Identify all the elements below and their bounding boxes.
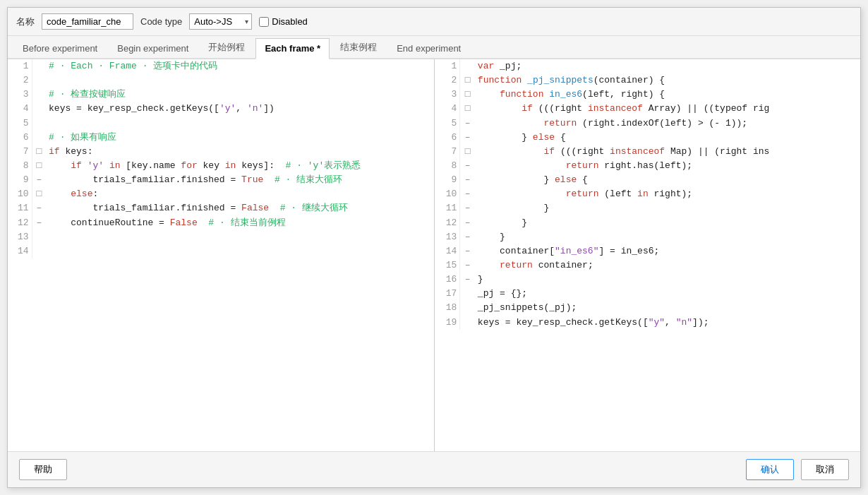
line-num: 14 <box>8 244 32 258</box>
fold-gutter <box>460 59 475 73</box>
line-num: 18 <box>435 301 460 315</box>
code-line: trials_familiar.finished = True # · 结束大循… <box>46 173 433 187</box>
code-line: } else { <box>475 173 860 187</box>
line-num: 2 <box>435 73 460 88</box>
main-dialog: 名称 Code type Auto->JS Python JavaScript … <box>7 7 861 488</box>
table-row: 10 □ else: <box>8 187 433 201</box>
line-num: 17 <box>435 287 460 301</box>
code-line: container["in_es6"] = in_es6; <box>475 244 860 258</box>
code-line: else: <box>46 187 433 201</box>
bottom-bar: 帮助 确认 取消 <box>8 451 860 487</box>
fold-gutter: – <box>460 273 475 287</box>
code-line: var _pj; <box>475 59 860 73</box>
tab-end-routine[interactable]: 结束例程 <box>331 36 386 58</box>
line-num: 5 <box>435 117 460 131</box>
fold-gutter: – <box>460 230 475 244</box>
code-area: 1 # · Each · Frame · 选项卡中的代码 2 3 # · 检查按… <box>8 59 860 451</box>
code-line <box>46 73 433 88</box>
help-button[interactable]: 帮助 <box>19 459 67 480</box>
code-line: } <box>475 230 860 244</box>
table-row: 14 <box>8 244 433 258</box>
table-row: 19 keys = key_resp_check.getKeys(["y", "… <box>435 316 860 330</box>
fold-gutter: – <box>460 258 475 273</box>
code-type-label: Code type <box>140 16 182 27</box>
code-line: # · Each · Frame · 选项卡中的代码 <box>46 59 433 73</box>
table-row: 15 – return container; <box>435 258 860 273</box>
code-line: if 'y' in [key.name for key in keys]: # … <box>46 159 433 173</box>
fold-gutter: □ <box>460 145 475 159</box>
fold-gutter: □ <box>32 159 46 173</box>
fold-gutter: □ <box>460 73 475 88</box>
name-label: 名称 <box>16 16 35 28</box>
code-line: } <box>475 216 860 230</box>
line-num: 15 <box>435 258 460 273</box>
tab-begin-experiment[interactable]: Begin experiment <box>108 38 198 58</box>
code-line <box>46 117 433 131</box>
table-row: 4 □ if (((right instanceof Array) || ((t… <box>435 102 860 116</box>
table-row: 3 □ function in_es6(left, right) { <box>435 88 860 102</box>
fold-gutter: – <box>460 187 475 201</box>
code-line: # · 检查按键响应 <box>46 88 433 102</box>
left-code-panel[interactable]: 1 # · Each · Frame · 选项卡中的代码 2 3 # · 检查按… <box>8 59 435 451</box>
tab-end-experiment[interactable]: End experiment <box>387 38 470 58</box>
code-line: return right.has(left); <box>475 159 860 173</box>
fold-gutter <box>32 230 46 244</box>
fold-gutter: – <box>460 244 475 258</box>
fold-gutter: – <box>32 201 46 215</box>
code-line: if (((right instanceof Array) || ((typeo… <box>475 102 860 116</box>
table-row: 7 □ if (((right instanceof Map) || (righ… <box>435 145 860 159</box>
line-num: 10 <box>8 187 32 201</box>
table-row: 14 – container["in_es6"] = in_es6; <box>435 244 860 258</box>
table-row: 11 – } <box>435 201 860 215</box>
table-row: 16 – } <box>435 273 860 287</box>
fold-gutter: □ <box>32 145 46 159</box>
disabled-checkbox-wrap[interactable]: Disabled <box>259 16 308 27</box>
fold-gutter <box>32 88 46 102</box>
code-line: keys = key_resp_check.getKeys(['y', 'n']… <box>46 102 433 116</box>
code-type-select[interactable]: Auto->JS Python JavaScript <box>189 13 252 30</box>
table-row: 2 □ function _pj_snippets(container) { <box>435 73 860 88</box>
code-line: _pj_snippets(_pj); <box>475 301 860 315</box>
table-row: 10 – return (left in right); <box>435 187 860 201</box>
right-code-panel[interactable]: 1 var _pj; 2 □ function _pj_snippets(con… <box>435 59 861 451</box>
tab-start-routine[interactable]: 开始例程 <box>199 36 254 58</box>
tab-each-frame[interactable]: Each frame * <box>255 38 330 59</box>
code-type-select-wrap: Auto->JS Python JavaScript ▾ <box>189 13 252 30</box>
code-line: if (((right instanceof Map) || (right in… <box>475 145 860 159</box>
confirm-button[interactable]: 确认 <box>746 459 794 480</box>
code-line: # · 如果有响应 <box>46 131 433 145</box>
fold-gutter: □ <box>460 102 475 116</box>
code-line <box>46 230 433 244</box>
line-num: 12 <box>8 216 32 230</box>
line-num: 13 <box>8 230 32 244</box>
code-line: return container; <box>475 258 860 273</box>
tab-before-experiment[interactable]: Before experiment <box>13 38 107 58</box>
cancel-button[interactable]: 取消 <box>801 459 849 480</box>
table-row: 17 _pj = {}; <box>435 287 860 301</box>
table-row: 1 # · Each · Frame · 选项卡中的代码 <box>8 59 433 73</box>
name-input[interactable] <box>42 13 133 30</box>
fold-gutter: – <box>32 216 46 230</box>
fold-gutter <box>460 287 475 301</box>
table-row: 7 □ if keys: <box>8 145 433 159</box>
code-line: trials_familiar.finished = False # · 继续大… <box>46 201 433 215</box>
table-row: 1 var _pj; <box>435 59 860 73</box>
fold-gutter: – <box>32 173 46 187</box>
fold-gutter: □ <box>460 88 475 102</box>
fold-gutter <box>460 301 475 315</box>
line-num: 9 <box>435 173 460 187</box>
right-code-table: 1 var _pj; 2 □ function _pj_snippets(con… <box>435 59 861 330</box>
disabled-checkbox[interactable] <box>259 17 269 27</box>
fold-gutter: – <box>460 131 475 145</box>
line-num: 12 <box>435 216 460 230</box>
line-num: 8 <box>435 159 460 173</box>
line-num: 4 <box>8 102 32 116</box>
code-line: } <box>475 273 860 287</box>
line-num: 10 <box>435 187 460 201</box>
line-num: 1 <box>435 59 460 73</box>
line-num: 9 <box>8 173 32 187</box>
table-row: 12 – continueRoutine = False # · 结束当前例程 <box>8 216 433 230</box>
table-row: 5 – return (right.indexOf(left) > (- 1))… <box>435 117 860 131</box>
line-num: 11 <box>435 201 460 215</box>
table-row: 4 keys = key_resp_check.getKeys(['y', 'n… <box>8 102 433 116</box>
